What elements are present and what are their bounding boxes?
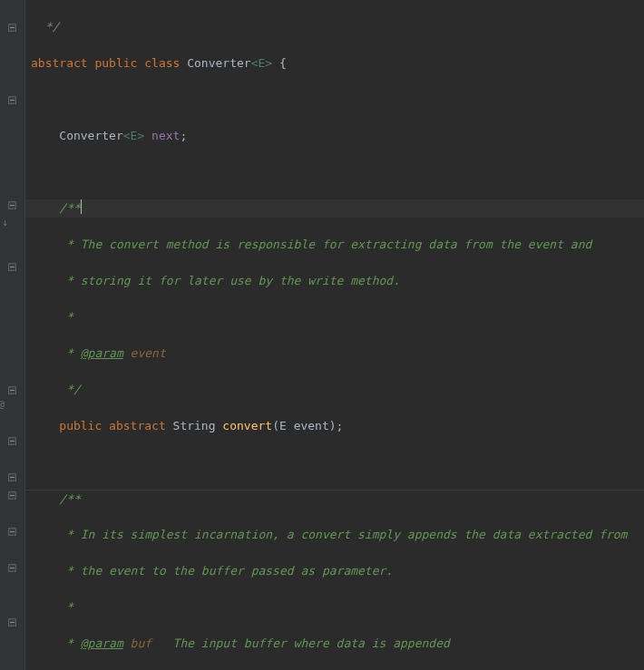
code-line[interactable]: * @param event	[25, 345, 644, 363]
code-editor[interactable]: ↓ @ */ abstract public class Converter<E…	[0, 0, 644, 670]
editor-gutter: ↓ @	[0, 0, 25, 670]
code-line[interactable]: * storing it for later use by the write …	[25, 272, 644, 290]
code-line-active[interactable]: /**	[25, 199, 644, 218]
code-line[interactable]: * the event to the buffer passed as para…	[25, 562, 644, 580]
fold-icon[interactable]	[0, 613, 24, 631]
code-line[interactable]: * In its simplest incarnation, a convert…	[25, 526, 644, 544]
fold-icon[interactable]	[0, 257, 24, 276]
code-line[interactable]: */	[25, 381, 644, 399]
code-line[interactable]: * @param buf The input buffer where data…	[25, 635, 644, 653]
fold-icon[interactable]	[0, 91, 24, 109]
caret	[81, 199, 82, 214]
fold-icon[interactable]	[0, 18, 24, 36]
fold-icon[interactable]	[0, 196, 24, 214]
override-arrow-icon[interactable]: @	[0, 395, 14, 413]
code-line[interactable]: *	[25, 598, 644, 617]
fold-icon[interactable]	[0, 468, 24, 486]
override-arrow-icon[interactable]: ↓	[0, 214, 17, 232]
comment: */	[38, 20, 59, 34]
fold-icon[interactable]	[0, 558, 24, 577]
code-line[interactable]	[25, 163, 644, 181]
code-line[interactable]: Converter<E> next;	[25, 127, 644, 145]
fold-icon[interactable]	[0, 522, 24, 540]
code-line[interactable]: */	[25, 18, 644, 36]
code-line[interactable]: public abstract String convert(E event);	[25, 417, 644, 435]
code-line[interactable]: *	[25, 308, 644, 326]
code-line[interactable]: abstract public class Converter<E> {	[25, 54, 644, 73]
fold-icon[interactable]	[0, 486, 24, 504]
code-line[interactable]	[25, 453, 644, 471]
code-line[interactable]: /**	[25, 490, 644, 508]
code-line[interactable]: * The convert method is responsible for …	[25, 236, 644, 254]
code-line[interactable]	[25, 91, 644, 109]
fold-icon[interactable]	[0, 432, 24, 450]
code-area[interactable]: */ abstract public class Converter<E> { …	[25, 0, 644, 670]
